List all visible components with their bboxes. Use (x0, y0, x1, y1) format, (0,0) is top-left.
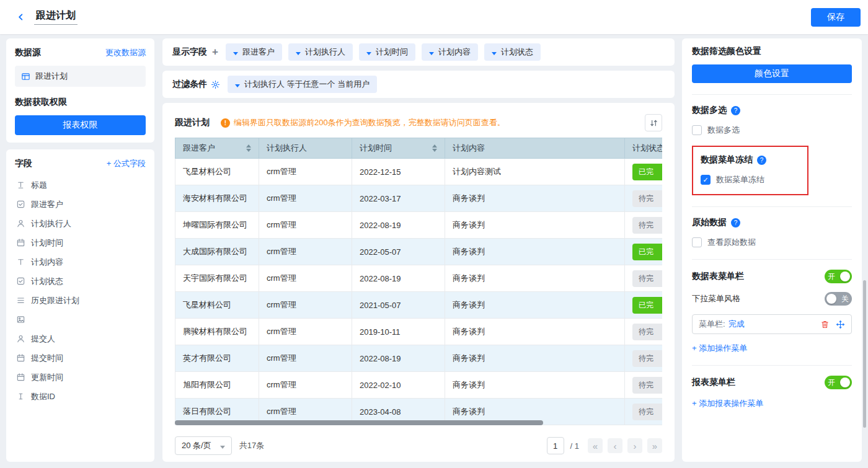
page-count: / 1 (570, 441, 579, 451)
field-item[interactable]: 计划状态 (15, 272, 146, 291)
status-badge: 待完 (632, 190, 662, 207)
display-field-chip[interactable]: 计划状态 (484, 43, 541, 61)
display-field-chip[interactable]: 计划时间 (359, 43, 415, 61)
vertical-scrollbar-thumb[interactable] (863, 280, 866, 428)
filter-condition-chip[interactable]: 计划执行人 等于任意一个 当前用户 (228, 76, 377, 93)
checkbox-unchecked-icon[interactable] (692, 125, 702, 135)
table-menu-toggle[interactable]: 开 (825, 270, 852, 283)
chevron-down-icon (366, 51, 371, 54)
dropdown-style-toggle[interactable]: 关 (825, 292, 852, 306)
cell-time: 2022-12-15 (352, 159, 445, 185)
first-page-button[interactable]: « (588, 438, 603, 453)
menu-item-value[interactable]: 完成 (728, 319, 745, 330)
checkbox-checked-icon[interactable]: ✓ (701, 175, 711, 185)
field-item[interactable]: 计划内容 (15, 252, 146, 272)
add-display-field-button[interactable]: + (212, 46, 218, 58)
info-icon: ! (221, 118, 230, 128)
horizontal-scrollbar-thumb[interactable] (175, 420, 543, 425)
field-item[interactable] (15, 310, 146, 329)
add-formula-field-link[interactable]: + 公式字段 (107, 158, 146, 169)
table-row[interactable]: 飞星材料公司crm管理2022-12-15计划内容测试已完 (175, 159, 663, 185)
prev-page-button[interactable]: ‹ (608, 438, 622, 453)
horizontal-scrollbar[interactable] (175, 420, 662, 425)
column-label: 计划时间 (360, 143, 392, 154)
field-item[interactable]: 数据ID (15, 387, 146, 406)
column-header[interactable]: 计划时间 (352, 138, 445, 159)
cell-status: 待完 (625, 345, 663, 372)
gear-icon[interactable] (211, 80, 220, 89)
table-row[interactable]: 海安材料有限公司crm管理2022-03-17商务谈判待完 (175, 185, 663, 212)
field-item[interactable]: 提交时间 (15, 348, 146, 368)
toggle-knob (840, 272, 850, 281)
page-size-select[interactable]: 20 条/页 (175, 436, 232, 455)
cell-time: 2019-10-11 (352, 319, 445, 345)
field-item[interactable]: 计划时间 (15, 233, 146, 252)
cell-executor: crm管理 (259, 372, 352, 399)
chevron-down-icon (233, 51, 238, 54)
field-item[interactable]: 跟进客户 (15, 195, 146, 214)
color-settings-button[interactable]: 颜色设置 (692, 64, 852, 83)
cell-status: 已完 (625, 159, 663, 185)
page-title[interactable]: 跟进计划 (34, 9, 78, 25)
raw-data-checkbox-row[interactable]: 查看原始数据 (692, 237, 852, 248)
table-row[interactable]: 天宇国际有限公司crm管理2022-08-19商务谈判待完 (175, 265, 663, 292)
field-label: 标题 (31, 180, 47, 191)
table-header-row: 跟进客户计划执行人计划时间计划内容计划状态 (175, 138, 663, 159)
field-label: 历史跟进计划 (31, 295, 79, 306)
table-row[interactable]: 大成国际有限公司crm管理2022-05-07商务谈判已完 (175, 239, 663, 265)
question-icon[interactable]: ? (731, 106, 740, 115)
trash-icon[interactable] (820, 320, 830, 329)
status-badge: 待完 (632, 404, 662, 420)
chevron-down-icon (429, 51, 434, 54)
report-menu-toggle[interactable]: 开 (825, 376, 852, 389)
field-list: 标题跟进客户计划执行人计划时间计划内容计划状态历史跟进计划提交人提交时间更新时间… (15, 175, 146, 406)
sort-icon[interactable] (246, 144, 251, 152)
question-icon[interactable]: ? (731, 218, 740, 227)
field-item[interactable]: 更新时间 (15, 368, 146, 387)
display-field-chip[interactable]: 计划执行人 (288, 43, 353, 61)
menu-bar-item[interactable]: 菜单栏: 完成 (692, 314, 852, 334)
cell-status: 待完 (625, 265, 663, 292)
menu-freeze-checkbox-row[interactable]: ✓ 数据菜单冻结 (701, 174, 797, 185)
field-label: 计划执行人 (31, 218, 71, 229)
field-item[interactable]: 提交人 (15, 329, 146, 348)
next-page-button[interactable]: › (627, 438, 642, 453)
table-icon (21, 72, 30, 81)
display-field-chip[interactable]: 跟进客户 (226, 43, 282, 61)
sort-icon[interactable] (432, 144, 437, 152)
fields-heading: 字段 (15, 158, 32, 169)
checkbox-unchecked-icon[interactable] (692, 237, 702, 247)
table-row[interactable]: 飞星材料公司crm管理2021-05-07商务谈判已完 (175, 292, 663, 319)
question-icon[interactable]: ? (757, 156, 766, 165)
table-row[interactable]: 旭阳有限公司crm管理2022-02-10商务谈判待完 (175, 372, 663, 399)
cell-content: 商务谈判 (445, 292, 625, 319)
filter-chips: 计划执行人 等于任意一个 当前用户 (228, 76, 377, 93)
field-item[interactable]: 计划执行人 (15, 214, 146, 233)
back-icon[interactable] (16, 12, 25, 22)
move-icon[interactable] (836, 320, 845, 329)
datasource-item[interactable]: 跟进计划 (15, 66, 146, 87)
last-page-button[interactable]: » (647, 438, 662, 453)
display-field-chips: 跟进客户计划执行人计划时间计划内容计划状态 (226, 43, 541, 61)
toggle-on-label: 开 (826, 272, 836, 282)
column-header[interactable]: 跟进客户 (175, 138, 259, 159)
table-row[interactable]: 英才有限公司crm管理2022-08-19商务谈判待完 (175, 345, 663, 372)
cell-content: 商务谈判 (445, 185, 625, 212)
current-page-input[interactable]: 1 (547, 437, 564, 454)
notice-text: 编辑界面只取数据源前200条作为查询数据预览，完整数据请访问页面查看。 (234, 117, 505, 128)
chip-label: 计划执行人 等于任意一个 当前用户 (244, 79, 370, 90)
multi-select-checkbox-row[interactable]: 数据多选 (692, 125, 852, 136)
field-item[interactable]: 历史跟进计划 (15, 291, 146, 310)
field-item[interactable]: 标题 (15, 175, 146, 195)
report-permission-button[interactable]: 报表权限 (15, 115, 146, 135)
table-row[interactable]: 腾骏材料有限公司crm管理2019-10-11商务谈判待完 (175, 319, 663, 345)
chevron-down-icon (235, 83, 240, 86)
add-action-menu-link[interactable]: + 添加操作菜单 (692, 343, 747, 354)
add-report-menu-link[interactable]: + 添加报表操作菜单 (692, 398, 763, 409)
table-row[interactable]: 坤曜国际有限公司crm管理2022-08-19商务谈判待完 (175, 212, 663, 239)
cell-time: 2022-08-19 (352, 212, 445, 239)
save-button[interactable]: 保存 (811, 8, 861, 27)
change-datasource-link[interactable]: 更改数据源 (105, 47, 146, 58)
table-sort-button[interactable] (645, 114, 662, 131)
display-field-chip[interactable]: 计划内容 (422, 43, 478, 61)
